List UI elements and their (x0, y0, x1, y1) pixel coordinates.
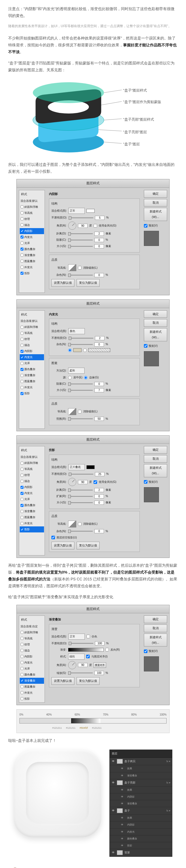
style-outer-glow[interactable]: 外发光 (20, 520, 44, 526)
btn-new[interactable]: 新建样式(W)... (144, 208, 167, 221)
chk-aa[interactable] (78, 522, 81, 526)
layer-effect[interactable]: 👁内发光 (110, 829, 172, 835)
chk-preview[interactable] (144, 650, 147, 653)
input-angle[interactable] (78, 480, 87, 484)
input-spread[interactable] (95, 494, 104, 498)
slider[interactable] (68, 673, 93, 673)
style-outer-glow[interactable]: 外发光 (20, 264, 44, 270)
eye-icon[interactable]: 👁 (120, 844, 124, 847)
color-swatch[interactable] (73, 348, 81, 352)
style-inner-shadow[interactable]: 内阴影 (20, 484, 44, 490)
chk-dither[interactable] (86, 635, 90, 638)
input-size[interactable] (95, 244, 104, 248)
input-spread[interactable] (95, 238, 104, 242)
input-scale[interactable] (95, 671, 104, 675)
style-contour[interactable]: 等高线 (20, 466, 44, 472)
style-inner-glow[interactable]: 内发光 (20, 234, 44, 240)
style-pattern-overlay[interactable]: 图案叠加 (20, 258, 44, 264)
sel-blend[interactable]: 正常 (68, 208, 85, 214)
sel-style[interactable]: 线性 (68, 654, 84, 660)
chk-preview[interactable] (144, 344, 147, 348)
contour-picker[interactable] (68, 408, 76, 415)
slider[interactable] (68, 418, 93, 419)
eye-icon[interactable]: 👁 (120, 795, 124, 799)
style-inner-glow[interactable]: 内发光 (20, 354, 44, 360)
chk-reverse[interactable] (105, 648, 109, 651)
slider[interactable] (68, 496, 93, 497)
input-size[interactable] (95, 388, 104, 392)
style-stroke[interactable]: 描边 (20, 648, 44, 654)
slider[interactable] (68, 502, 93, 503)
slider[interactable] (69, 474, 93, 474)
style-pattern-overlay[interactable]: 图案叠加 (20, 684, 44, 690)
btn-ok[interactable]: 确定 (144, 616, 167, 623)
input-dist[interactable] (95, 488, 104, 492)
fx-badge[interactable]: fx ▾ (166, 808, 171, 813)
style-blend[interactable]: 混合选项:默认 (20, 318, 44, 324)
eye-icon[interactable]: 👁 (120, 788, 124, 792)
slider[interactable] (69, 643, 93, 644)
style-bevel[interactable]: 斜面和浮雕 (20, 629, 44, 636)
input-opacity[interactable] (95, 336, 105, 340)
input-dist[interactable] (95, 232, 104, 236)
btn-ok[interactable]: 确定 (144, 190, 167, 198)
layer-effect[interactable]: 👁投影 (110, 842, 172, 849)
sel-blend[interactable]: 正常 (68, 633, 85, 640)
sel-blend[interactable]: 正片叠底 (68, 464, 85, 470)
style-drop-shadow[interactable]: 投影 (20, 696, 44, 702)
style-gradient-overlay[interactable]: 渐变叠加 (20, 678, 44, 684)
layer-effect[interactable]: 👁效果 (110, 765, 172, 772)
radio-color[interactable] (68, 348, 72, 352)
btn-default[interactable]: 设置为默认值 (51, 677, 74, 685)
layer-row[interactable]: 👁盘子fx ▾ (110, 807, 172, 814)
input-noise[interactable] (95, 529, 104, 533)
style-drop-shadow[interactable]: 投影 (20, 270, 44, 276)
grad-picker[interactable] (88, 348, 110, 352)
slider[interactable] (68, 275, 93, 276)
slider[interactable] (68, 240, 93, 241)
eye-icon[interactable]: 👁 (111, 851, 115, 855)
style-texture[interactable]: 纹理 (20, 472, 44, 478)
color-swatch[interactable] (86, 209, 95, 213)
input-opacity[interactable] (95, 641, 105, 645)
layer-effect[interactable]: 👁内阴影 (110, 822, 172, 828)
eye-icon[interactable]: 👁 (120, 830, 124, 834)
slider[interactable] (69, 338, 93, 339)
style-bevel[interactable]: 斜面和浮雕 (20, 460, 44, 466)
style-blend[interactable]: 混合选项:默认 (20, 454, 44, 460)
input-angle[interactable] (78, 663, 87, 667)
btn-reset-align[interactable]: 重置对齐 (94, 662, 106, 668)
layer-effect[interactable]: 👁渐变叠加 (110, 772, 172, 779)
style-inner-shadow[interactable]: 内阴影 (20, 654, 44, 660)
angle-dial[interactable] (68, 221, 76, 230)
slider[interactable] (68, 233, 93, 234)
style-contour[interactable]: 等高线 (20, 330, 44, 336)
btn-cancel[interactable]: 取消 (144, 319, 167, 327)
layer-row[interactable]: 👁盘子拷贝fx ▾ (110, 758, 172, 765)
chk-preview[interactable] (144, 224, 147, 227)
eye-icon[interactable]: 👁 (120, 767, 124, 770)
style-stroke[interactable]: 描边 (20, 342, 44, 348)
contour-picker[interactable] (68, 521, 76, 527)
style-satin[interactable]: 光泽 (20, 360, 44, 366)
chk-aa[interactable] (78, 266, 81, 270)
sel-blend[interactable]: 颜色 (68, 328, 85, 334)
btn-new[interactable]: 新建样式(W)... (144, 464, 167, 477)
style-satin[interactable]: 光泽 (20, 240, 44, 246)
style-pattern-overlay[interactable]: 图案叠加 (20, 378, 44, 384)
input-noise[interactable] (95, 342, 104, 346)
style-inner-shadow[interactable]: 内阴影 (20, 348, 44, 354)
btn-ok[interactable]: 确定 (144, 310, 167, 318)
style-gradient-overlay[interactable]: 渐变叠加 (20, 252, 44, 258)
style-pattern-overlay[interactable]: 图案叠加 (20, 514, 44, 520)
style-inner-glow[interactable]: 内发光 (20, 660, 44, 666)
layer-effect[interactable]: 👁颜色叠加 (110, 835, 172, 842)
style-contour[interactable]: 等高线 (20, 210, 44, 216)
layer-effect[interactable]: 👁效果 (110, 814, 172, 822)
input-noise[interactable] (95, 273, 104, 277)
chk-preview[interactable] (144, 480, 147, 484)
style-blend[interactable]: 混合选项:默认 (20, 198, 44, 204)
chk-aa[interactable] (78, 410, 81, 413)
layer-row[interactable]: 👁背景 (110, 849, 172, 857)
style-color-overlay[interactable]: 颜色叠加 (20, 246, 44, 252)
